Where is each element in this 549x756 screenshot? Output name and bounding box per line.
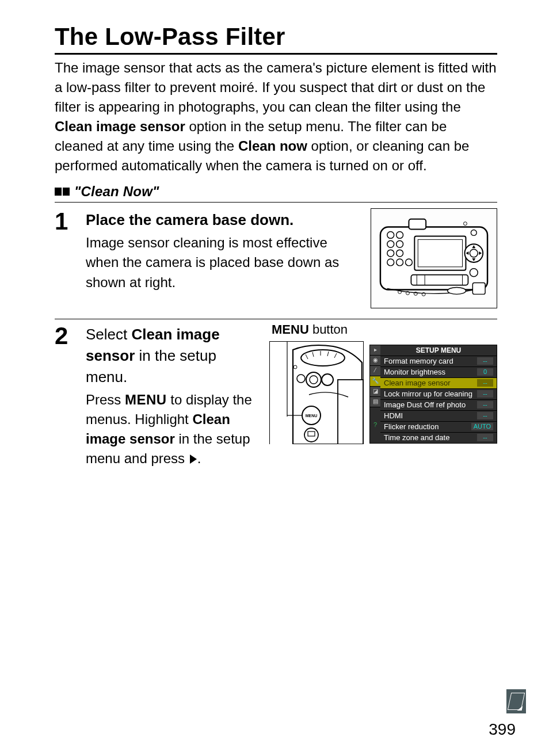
step-1: 1 Place the camera base down. Image sens… [55,205,497,319]
menu-tab-custom-icon: ∕ [370,366,380,376]
step-2-body-end: . [197,450,201,466]
setup-menu-row-value: -- [477,434,493,441]
svg-point-36 [310,376,318,384]
setup-menu-row: Format memory card-- [380,356,497,367]
setup-menu-row-value: -- [477,390,493,398]
svg-point-6 [387,232,394,239]
camera-corner-icon: MENU [270,342,363,444]
subsection-header: "Clean Now" [55,184,497,203]
svg-point-14 [406,259,413,266]
menu-tab-playback-icon: ▸ [370,345,380,356]
page-number: 399 [489,720,516,739]
setup-menu-row-label: Image Dust Off ref photo [384,401,466,408]
intro-bold-2: Clean now [238,138,307,154]
camera-back-icon [377,215,491,301]
svg-point-9 [387,259,394,266]
svg-point-8 [387,250,394,257]
setup-menu-row-label: Time zone and date [384,434,449,441]
step-2-body-pre: Press [86,392,125,407]
step-1-body: Image sensor cleaning is most effective … [86,233,363,292]
setup-menu-title: SETUP MENU [380,345,497,356]
svg-point-26 [471,230,476,236]
setup-menu-screenshot: ▸ ◉ ∕ 🔧 ◪ ▤ ? SETUP MENU Format memory c… [369,345,497,444]
svg-rect-24 [472,283,485,295]
intro-text-1: The image sensor that acts as the camera… [55,60,497,114]
step-2-number: 2 [55,324,77,468]
menu-tab-mymenu-icon: ▤ [370,397,380,407]
svg-point-11 [396,241,403,248]
setup-menu-row-value: -- [477,379,493,387]
menu-tab-help-icon: ? [370,407,380,443]
setup-menu-row-value: 0 [477,368,493,376]
setup-menu-row-value: -- [477,357,493,365]
setup-menu-row: Monitor brightness0 [380,367,497,378]
intro-paragraph: The image sensor that acts as the camera… [55,58,497,175]
svg-point-10 [396,232,403,239]
setup-menu-row: Clean image sensor-- [380,378,497,389]
setup-menu-row: HDMI-- [380,411,497,422]
svg-point-43 [304,428,318,442]
svg-rect-3 [409,219,426,230]
menu-tab-retouch-icon: ◪ [370,387,380,397]
step-2-title: Select Clean image sensor in the setup m… [86,324,261,388]
svg-rect-16 [411,275,468,285]
camera-menu-button-figure: MENU [269,341,364,444]
menu-button-label-bold: MENU [272,322,309,337]
svg-point-12 [396,250,403,257]
page-section-tab-icon [506,689,526,713]
step-2-body-menu: MENU [125,392,167,407]
step-2-body: Press MENU to display the menus. Highlig… [86,390,261,468]
svg-rect-45 [338,380,363,444]
menu-button-label: MENU button [272,320,497,338]
step-2: 2 Select Clean image sensor in the setup… [55,319,497,486]
step-1-title: Place the camera base down. [86,209,363,231]
setup-menu-row-label: Monitor brightness [384,368,445,376]
setup-menu-row: Lock mirror up for cleaning-- [380,389,497,400]
svg-point-25 [448,288,466,295]
setup-menu-row-label: Lock mirror up for cleaning [384,390,472,398]
svg-point-27 [463,222,467,226]
setup-menu-row-value: AUTO [471,423,493,430]
svg-point-15 [470,269,478,277]
step-1-number: 1 [55,209,77,308]
menu-button-label-rest: button [309,322,348,337]
camera-base-down-figure [371,208,497,308]
svg-point-37 [322,374,333,385]
setup-menu-row-label: Format memory card [384,357,453,365]
setup-menu-tab-icons: ▸ ◉ ∕ 🔧 ◪ ▤ ? [370,345,380,443]
setup-menu-row-value: -- [477,401,493,408]
page-title: The Low-Pass Filter [55,23,497,55]
intro-bold-1: Clean image sensor [55,119,185,134]
setup-menu-row-value: -- [477,412,493,419]
subsection-title: "Clean Now" [74,184,159,200]
right-arrow-icon [190,455,197,464]
svg-rect-1 [414,236,466,270]
setup-menu-row-label: Flicker reduction [384,423,439,430]
svg-point-5 [470,250,478,258]
setup-menu-row-label: Clean image sensor [384,379,451,387]
svg-point-7 [387,241,394,248]
menu-tab-shooting-icon: ◉ [370,356,380,366]
setup-menu-row: Time zone and date-- [380,433,497,443]
svg-point-13 [396,259,403,266]
svg-text:MENU: MENU [306,414,318,418]
setup-menu-row: Flicker reductionAUTO [380,422,497,433]
step-2-title-pre: Select [86,326,132,343]
svg-point-38 [297,375,305,383]
setup-menu-row: Image Dust Off ref photo-- [380,400,497,411]
subsection-marker-icon [55,188,70,196]
menu-tab-setup-icon: 🔧 [370,376,380,387]
setup-menu-row-label: HDMI [384,412,403,419]
